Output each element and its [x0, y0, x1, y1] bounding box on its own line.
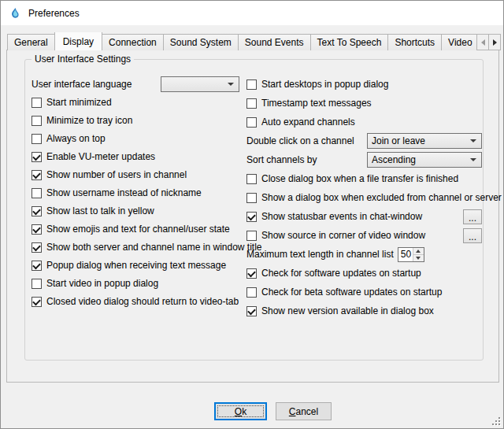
checkbox-always-on-top[interactable]: Always on top [32, 131, 239, 146]
double-click-combobox-value: Join or leave [372, 135, 465, 146]
group-title: User Interface Settings [32, 54, 134, 65]
checkbox-label: Show statusbar events in chat-window [261, 211, 422, 222]
checkbox-vu-meter-updates[interactable]: Enable VU-meter updates [32, 150, 239, 164]
tab-shortcuts[interactable]: Shortcuts [387, 34, 442, 50]
preferences-dialog: Preferences General Display Connection S… [0, 0, 504, 429]
checkbox-close-on-transfer-finished[interactable]: Close dialog box when a file transfer is… [246, 172, 482, 186]
checkbox-label: Enable VU-meter updates [46, 151, 155, 162]
checkbox-desktops-popup[interactable]: Start desktops in popup dialog [246, 77, 482, 91]
spin-down-button[interactable] [413, 255, 424, 261]
arrow-left-icon [481, 39, 485, 46]
arrow-right-icon [493, 39, 497, 46]
double-click-combobox[interactable]: Join or leave [367, 133, 482, 149]
checkbox-label: Show number of users in channel [46, 169, 187, 180]
checkbox-excluded-dialog[interactable]: Show a dialog box when excluded from cha… [246, 190, 482, 205]
checkbox-box [32, 261, 42, 271]
sort-channels-combobox-value: Ascending [372, 154, 465, 165]
left-column: User interface language Start minimized … [32, 77, 239, 309]
checkbox-show-username[interactable]: Show username instead of nickname [32, 186, 239, 200]
checkbox-label: Check for software updates on startup [261, 268, 421, 279]
window-title: Preferences [28, 8, 80, 19]
chevron-down-icon [228, 83, 234, 86]
checkbox-label: Show a dialog box when excluded from cha… [261, 192, 502, 203]
checkbox-last-to-talk-yellow[interactable]: Show last to talk in yellow [32, 204, 239, 218]
arrow-down-icon [416, 257, 421, 260]
checkbox-start-video-popup[interactable]: Start video in popup dialog [32, 276, 239, 290]
tab-bar: General Display Connection Sound System … [7, 32, 502, 50]
checkbox-box [32, 98, 42, 108]
checkbox-check-beta-updates[interactable]: Check for beta software updates on start… [246, 285, 482, 299]
checkbox-box [32, 170, 42, 180]
sort-channels-combobox[interactable]: Ascending [367, 152, 482, 168]
checkbox-label: Popup dialog when receiving text message [46, 260, 226, 271]
checkbox-box [246, 268, 257, 279]
checkbox-label: Show last to talk in yellow [46, 205, 154, 216]
spinbox-buttons [413, 248, 424, 261]
max-text-length-spinbox[interactable]: 50 [398, 247, 424, 262]
checkbox-label: Show emojis and text for channel/user st… [46, 224, 230, 235]
checkbox-video-return-tab[interactable]: Closed video dialog should return to vid… [32, 294, 239, 309]
tab-scroll-buttons [477, 34, 501, 50]
tab-general[interactable]: General [7, 34, 55, 50]
checkbox-label: Show both server and channel name in win… [46, 242, 262, 253]
tab-sound-events[interactable]: Sound Events [238, 34, 311, 50]
language-combobox[interactable] [161, 76, 239, 92]
checkbox-label: Closed video dialog should return to vid… [46, 296, 239, 307]
checkbox-box [32, 188, 42, 198]
checkbox-video-source-corner[interactable]: Show source in corner of video window ..… [246, 228, 482, 242]
checkbox-start-minimized[interactable]: Start minimized [32, 95, 239, 109]
chevron-down-icon [470, 139, 476, 142]
language-label: User interface language [32, 79, 132, 90]
checkbox-timestamp-messages[interactable]: Timestamp text messages [246, 96, 482, 110]
video-source-more-button[interactable]: ... [463, 228, 482, 243]
statusbar-events-more-button[interactable]: ... [463, 209, 482, 224]
ok-button-label: k [242, 406, 246, 417]
tab-text-to-speech[interactable]: Text To Speech [310, 34, 389, 50]
checkbox-label: Show username instead of nickname [46, 187, 202, 198]
checkbox-label: Timestamp text messages [261, 98, 372, 109]
checkbox-box [32, 242, 42, 253]
checkbox-box [246, 231, 257, 241]
user-interface-settings-group: User Interface Settings User interface l… [24, 59, 484, 361]
tab-scroll-left-button[interactable] [476, 34, 489, 50]
checkbox-box [246, 174, 257, 184]
display-tab-pane: User Interface Settings User interface l… [6, 50, 499, 383]
checkbox-label: Auto expand channels [261, 116, 355, 128]
spin-up-button[interactable] [413, 248, 424, 255]
checkbox-show-user-count[interactable]: Show number of users in channel [32, 168, 239, 182]
checkbox-box [246, 98, 257, 109]
checkbox-label: Show source in corner of video window [261, 230, 425, 241]
tab-video[interactable]: Video [441, 34, 479, 50]
sort-channels-row: Sort channels by Ascending [246, 153, 482, 167]
checkbox-label: Close dialog box when a file transfer is… [261, 173, 458, 184]
ok-button-accesskey: O [235, 406, 242, 417]
checkbox-box [246, 193, 257, 203]
checkbox-label: Minimize to tray icon [46, 115, 132, 126]
max-text-length-row: Maximum text length in channel list 50 [246, 247, 482, 261]
checkbox-label: Start minimized [46, 97, 112, 108]
checkbox-box [246, 306, 257, 316]
checkbox-box [32, 134, 42, 144]
ok-button[interactable]: Ok [214, 402, 267, 420]
checkbox-new-version-dialog[interactable]: Show new version available in dialog box [246, 304, 482, 318]
checkbox-box [32, 206, 42, 216]
tab-connection[interactable]: Connection [102, 34, 164, 50]
tab-sound-system[interactable]: Sound System [163, 34, 239, 50]
checkbox-auto-expand-channels[interactable]: Auto expand channels [246, 115, 482, 129]
checkbox-popup-text-message[interactable]: Popup dialog when receiving text message [32, 258, 239, 272]
checkbox-check-updates[interactable]: Check for software updates on startup [246, 266, 482, 280]
checkbox-server-channel-in-title[interactable]: Show both server and channel name in win… [32, 240, 239, 254]
checkbox-label: Check for beta software updates on start… [261, 287, 442, 298]
checkbox-label: Always on top [46, 133, 106, 144]
checkbox-show-emojis[interactable]: Show emojis and text for channel/user st… [32, 222, 239, 236]
tab-scroll-right-button[interactable] [488, 34, 501, 50]
language-row: User interface language [32, 77, 239, 91]
checkbox-minimize-to-tray[interactable]: Minimize to tray icon [32, 113, 239, 128]
tab-display[interactable]: Display [54, 32, 102, 50]
cancel-button[interactable]: Cancel [276, 402, 332, 420]
checkbox-box [246, 80, 257, 90]
checkbox-label: Start video in popup dialog [46, 278, 158, 289]
checkbox-statusbar-events[interactable]: Show statusbar events in chat-window ... [246, 209, 482, 224]
resize-grip[interactable] [491, 416, 501, 426]
sort-channels-label: Sort channels by [246, 154, 317, 165]
